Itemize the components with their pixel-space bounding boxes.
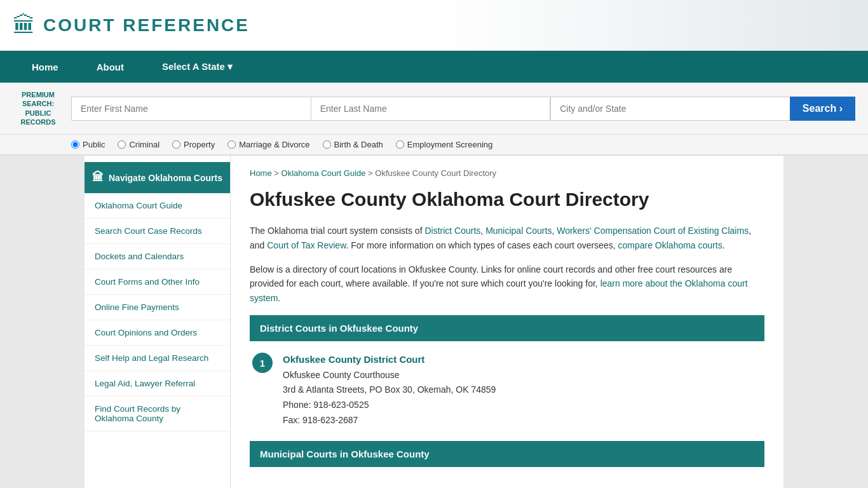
site-header: 🏛 COURT REFERENCE xyxy=(0,0,868,51)
sidebar-item-find-records[interactable]: Find Court Records by Oklahoma County xyxy=(85,396,230,431)
intro-paragraph-1: The Oklahoma trial court system consists… xyxy=(250,224,764,252)
link-compare-courts[interactable]: compare Oklahoma courts xyxy=(618,240,722,250)
nav-home[interactable]: Home xyxy=(13,51,78,83)
link-workers-comp[interactable]: Workers' Compensation Court of Existing … xyxy=(557,226,749,236)
radio-marriage-divorce[interactable]: Marriage & Divorce xyxy=(227,140,309,149)
last-name-input[interactable] xyxy=(311,97,551,121)
radio-bar: Public Criminal Property Marriage & Divo… xyxy=(0,135,868,156)
district-courts-header: District Courts in Okfuskee County xyxy=(250,315,764,341)
breadcrumb: Home > Oklahoma Court Guide > Okfuskee C… xyxy=(250,168,764,178)
main-nav: Home About Select A State ▾ xyxy=(0,51,868,83)
court-phone-1: Phone: 918-623-0525 xyxy=(283,398,496,413)
site-title: COURT REFERENCE xyxy=(43,15,250,36)
search-inputs xyxy=(71,97,790,121)
sidebar-header: 🏛 Navigate Oklahoma Courts xyxy=(85,162,230,193)
link-district-courts[interactable]: District Courts xyxy=(424,226,480,236)
sidebar-item-dockets[interactable]: Dockets and Calendars xyxy=(85,244,230,269)
sidebar-item-legal-aid[interactable]: Legal Aid, Lawyer Referral xyxy=(85,371,230,396)
link-tax-review[interactable]: Court of Tax Review xyxy=(267,240,346,250)
city-state-input[interactable] xyxy=(550,97,790,121)
courthouse-small-icon: 🏛 xyxy=(92,171,104,184)
municipal-courts-header: Municipal Courts in Okfuskee County xyxy=(250,441,764,467)
intro-paragraph-2: Below is a directory of court locations … xyxy=(250,262,764,305)
sidebar-item-search-court-records[interactable]: Search Court Case Records xyxy=(85,219,230,244)
premium-label: PREMIUM SEARCH: PUBLIC RECORDS xyxy=(13,90,64,126)
court-address-1: 3rd & Atlanta Streets, PO Box 30, Okemah… xyxy=(283,383,496,398)
nav-select-state[interactable]: Select A State ▾ xyxy=(143,51,252,83)
first-name-input[interactable] xyxy=(71,97,311,121)
header-background xyxy=(434,0,868,50)
radio-birth-death[interactable]: Birth & Death xyxy=(323,140,383,149)
logo-area: 🏛 COURT REFERENCE xyxy=(13,12,250,39)
breadcrumb-home[interactable]: Home xyxy=(250,168,272,178)
search-button[interactable]: Search › xyxy=(790,97,855,121)
sidebar-item-court-opinions[interactable]: Court Opinions and Orders xyxy=(85,320,230,346)
breadcrumb-current: Okfuskee County Court Directory xyxy=(375,168,496,178)
court-building-1: Okfuskee County Courthouse xyxy=(283,368,496,383)
breadcrumb-state[interactable]: Oklahoma Court Guide xyxy=(281,168,366,178)
court-details-1: Okfuskee County District Court Okfuskee … xyxy=(283,351,496,428)
court-number-1: 1 xyxy=(252,353,273,373)
court-fax-1: Fax: 918-623-2687 xyxy=(283,413,496,428)
radio-public[interactable]: Public xyxy=(71,140,105,149)
nav-about[interactable]: About xyxy=(78,51,143,83)
courthouse-icon: 🏛 xyxy=(13,12,36,39)
sidebar-item-court-forms[interactable]: Court Forms and Other Info xyxy=(85,269,230,295)
sidebar-header-text: Navigate Oklahoma Courts xyxy=(109,173,222,183)
court-name-1[interactable]: Okfuskee County District Court xyxy=(283,351,496,368)
radio-employment[interactable]: Employment Screening xyxy=(396,140,492,149)
main-content: Home > Oklahoma Court Guide > Okfuskee C… xyxy=(231,156,783,488)
link-municipal-courts[interactable]: Municipal Courts xyxy=(485,226,552,236)
sidebar-item-oklahoma-court-guide[interactable]: Oklahoma Court Guide xyxy=(85,193,230,219)
sidebar-item-self-help[interactable]: Self Help and Legal Research xyxy=(85,346,230,371)
radio-property[interactable]: Property xyxy=(172,140,215,149)
radio-criminal[interactable]: Criminal xyxy=(118,140,159,149)
inner-wrapper: 🏛 Navigate Oklahoma Courts Oklahoma Cour… xyxy=(85,156,783,488)
page-wrapper: 🏛 Navigate Oklahoma Courts Oklahoma Cour… xyxy=(0,156,868,488)
court-entry-1: 1 Okfuskee County District Court Okfuske… xyxy=(250,351,764,428)
sidebar: 🏛 Navigate Oklahoma Courts Oklahoma Cour… xyxy=(85,156,231,488)
search-bar: PREMIUM SEARCH: PUBLIC RECORDS Search › xyxy=(0,83,868,135)
sidebar-item-online-fine[interactable]: Online Fine Payments xyxy=(85,295,230,320)
page-title: Okfuskee County Oklahoma Court Directory xyxy=(250,188,764,211)
